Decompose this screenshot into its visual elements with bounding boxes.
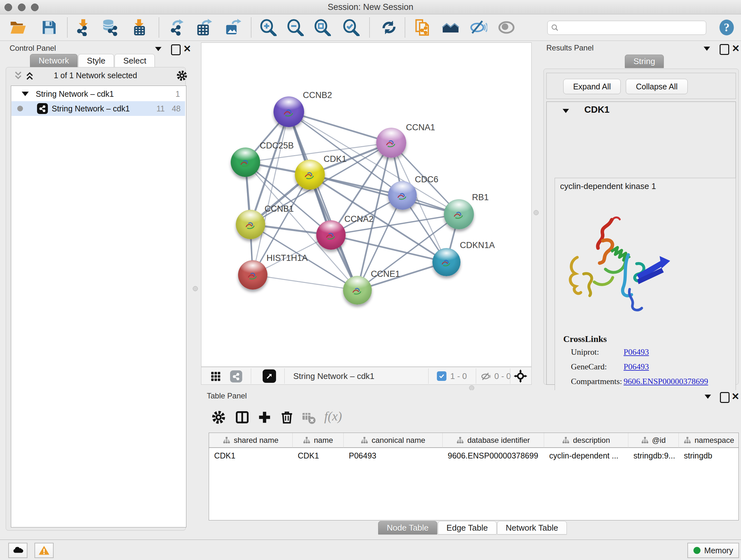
import-table-icon[interactable] (131, 19, 148, 36)
pan-crosshair-icon[interactable] (514, 369, 528, 384)
left-splitter-handle[interactable] (193, 286, 198, 291)
right-splitter-handle[interactable] (534, 210, 539, 215)
tab-select[interactable]: Select (115, 54, 155, 67)
collapse-panel-icon[interactable] (704, 395, 711, 399)
tab-network[interactable]: Network (30, 54, 77, 67)
control-panel-title: Control Panel (10, 44, 56, 53)
column-header-canonical-name[interactable]: canonical name (344, 433, 443, 448)
collapse-panel-icon[interactable] (155, 47, 161, 51)
network-view-canvas[interactable]: CCNB2CCNA1CDC25BCDK1CDC6RB1CCNB1CCNA2CDK… (201, 43, 532, 367)
column-header-database-identifier[interactable]: database identifier (443, 433, 544, 448)
collapse-panel-icon[interactable] (704, 47, 710, 51)
tab-style[interactable]: Style (78, 54, 114, 67)
warning-icon (38, 545, 50, 556)
table-cell[interactable]: CDK1 (209, 449, 293, 462)
crosslink-value-link[interactable]: 9606.ENSP00000378699 (623, 377, 708, 386)
string-protein-query-icon[interactable] (414, 19, 431, 36)
network-node-CCNE1[interactable] (343, 276, 372, 305)
hidden-items-eye-icon[interactable] (481, 371, 492, 383)
tab-edge-table[interactable]: Edge Table (438, 521, 496, 535)
help-button[interactable]: ? (718, 19, 735, 36)
close-panel-icon[interactable]: ✕ (731, 391, 739, 402)
grid-view-icon[interactable] (210, 371, 221, 383)
edge-CCNB2-CCNA1[interactable] (289, 112, 391, 143)
apply-layout-icon[interactable] (381, 19, 398, 36)
column-header-name[interactable]: name (293, 433, 344, 448)
collapse-entry-caret-icon[interactable] (562, 109, 569, 113)
table-cell[interactable]: P06493 (344, 449, 443, 462)
tab-node-table[interactable]: Node Table (378, 521, 437, 535)
tree-expand-caret-icon[interactable] (22, 91, 29, 96)
cloud-status-button[interactable] (8, 543, 27, 558)
table-cell[interactable]: CDK1 (293, 449, 344, 462)
crosslink-value-link[interactable]: P06493 (623, 348, 649, 357)
column-hierarchy-icon (684, 436, 691, 444)
table-cell[interactable]: stringdb (679, 449, 739, 462)
table-options-gear-icon[interactable] (211, 410, 226, 426)
export-network-icon[interactable] (169, 19, 186, 36)
zoom-out-icon[interactable] (286, 19, 304, 36)
memory-button[interactable]: Memory (687, 543, 739, 558)
network-node-RB1[interactable] (444, 199, 474, 229)
network-node-CCNA1[interactable] (376, 128, 406, 158)
network-node-CDK1[interactable] (295, 160, 325, 190)
network-view-icon[interactable] (230, 370, 242, 382)
string-home-icon[interactable] (442, 19, 459, 36)
expand-all-button[interactable]: Expand All (563, 79, 621, 94)
table-cell[interactable]: stringdb:9... (628, 449, 679, 462)
birds-eye-view-icon[interactable] (263, 369, 276, 383)
export-table-icon[interactable] (196, 19, 213, 36)
navbar-separator (510, 368, 510, 384)
close-panel-icon[interactable]: ✕ (732, 43, 740, 54)
network-node-CDC25B[interactable] (231, 147, 260, 177)
network-options-gear-icon[interactable] (176, 70, 188, 83)
add-column-icon[interactable] (257, 410, 272, 426)
horizontal-splitter-handle[interactable] (469, 385, 474, 390)
column-header--id[interactable]: @id (628, 433, 679, 448)
network-node-HIST1H1A[interactable] (238, 260, 267, 290)
float-panel-icon[interactable] (720, 44, 729, 55)
warning-status-button[interactable] (35, 543, 54, 558)
network-node-CCNB1[interactable] (236, 210, 265, 239)
column-header-description[interactable]: description (544, 433, 628, 448)
import-network-icon[interactable] (75, 19, 92, 36)
search-input[interactable] (547, 21, 706, 35)
network-edges (201, 43, 532, 367)
import-network-database-icon[interactable] (102, 19, 119, 36)
network-node-CCNB2[interactable] (273, 97, 304, 127)
close-panel-icon[interactable]: ✕ (183, 43, 191, 54)
zoom-in-icon[interactable] (259, 19, 277, 36)
collapse-all-button[interactable]: Collapse All (626, 79, 688, 94)
zoom-fit-icon[interactable] (314, 19, 331, 36)
network-node-CDC6[interactable] (388, 181, 417, 210)
edge-CCNE1-HIST1H1A[interactable] (253, 275, 357, 290)
table-cell[interactable]: cyclin-dependent ... (544, 449, 628, 462)
edge-CCNB2-HIST1H1A[interactable] (253, 112, 289, 275)
float-panel-icon[interactable] (720, 392, 730, 403)
open-session-icon[interactable] (10, 19, 27, 36)
export-image-icon[interactable] (224, 19, 241, 36)
crosslink-value-link[interactable]: P06493 (623, 362, 649, 372)
table-cell[interactable]: 9606.ENSP00000378699 (443, 449, 544, 462)
node-table[interactable]: shared namenamecanonical namedatabase id… (209, 433, 739, 520)
zoom-selected-icon[interactable] (342, 19, 360, 36)
function-builder-icon[interactable]: f(x) (324, 409, 342, 424)
network-row-selected[interactable]: String Network – cdk1 11 48 (11, 101, 185, 116)
column-header-shared-name[interactable]: shared name (209, 433, 293, 448)
node-label-CCNE1: CCNE1 (371, 269, 400, 279)
network-node-CCNA2[interactable] (316, 220, 346, 250)
save-session-icon[interactable] (41, 19, 58, 36)
tab-string[interactable]: String (625, 55, 664, 68)
delete-column-icon[interactable] (280, 410, 294, 426)
float-panel-icon[interactable] (171, 44, 181, 55)
delete-table-icon[interactable] (301, 410, 316, 426)
show-columns-icon[interactable] (235, 410, 250, 426)
network-collection-row[interactable]: String Network – cdk1 1 (11, 86, 185, 101)
hide-enhanced-graphics-icon[interactable] (470, 19, 487, 36)
network-node-CDKN1A[interactable] (432, 248, 461, 276)
tab-network-table[interactable]: Network Table (497, 521, 567, 535)
selected-items-checkbox-icon[interactable] (437, 371, 447, 381)
column-header-namespace[interactable]: namespace (679, 433, 739, 448)
show-graphics-details-icon[interactable] (498, 19, 515, 36)
edge-CCNA2-CDKN1A[interactable] (331, 235, 447, 262)
